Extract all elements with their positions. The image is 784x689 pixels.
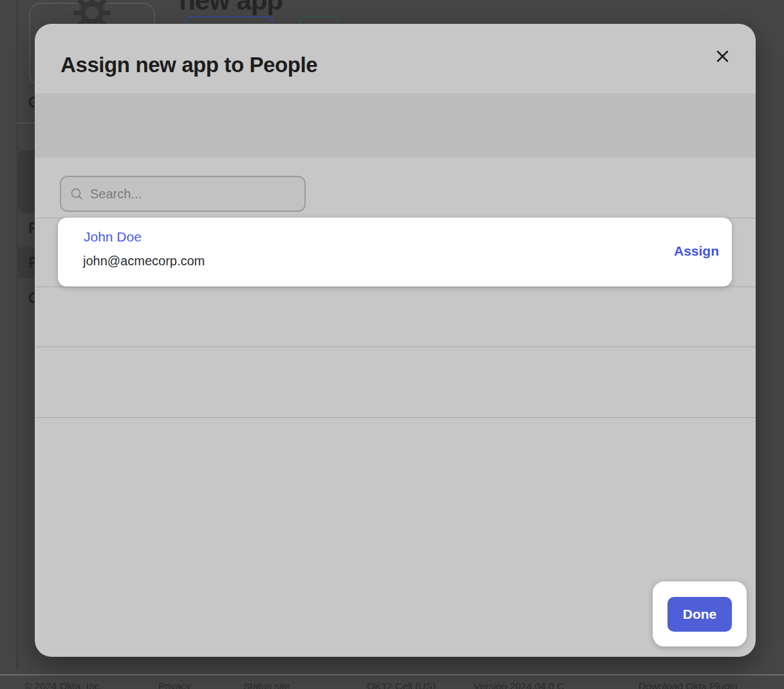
person-email: john@acmecorp.com [83, 254, 205, 269]
done-spotlight: Done [653, 581, 747, 647]
magnifier-icon [70, 187, 84, 201]
assign-button[interactable]: Assign [674, 243, 719, 259]
search-input[interactable] [90, 187, 295, 202]
page-divider-fragment [17, 122, 36, 124]
close-icon [715, 49, 730, 64]
footer-version-label: Version 2024.04.0 C [474, 681, 564, 689]
assign-app-modal: Assign new app to People John Doe john@a… [35, 24, 756, 657]
person-row: John Doe john@acmecorp.com Assign [58, 218, 732, 287]
list-divider [35, 287, 756, 287]
list-divider [35, 346, 756, 347]
page-side-border [17, 0, 18, 670]
done-button[interactable]: Done [667, 597, 732, 632]
close-button[interactable] [708, 42, 736, 70]
person-name-link[interactable]: John Doe [84, 229, 142, 245]
page-title: new app [179, 0, 283, 14]
footer-divider [0, 674, 784, 675]
search-section [35, 93, 756, 158]
footer-copyright: © 2024 Okta, Inc. [24, 681, 102, 689]
modal-title: Assign new app to People [61, 53, 317, 77]
footer-status-site-link: Status site [243, 681, 290, 689]
footer-privacy-link: Privacy [158, 681, 191, 689]
search-box [60, 176, 306, 212]
footer-download-plugin-link: Download Okta Plugin [639, 681, 737, 689]
footer-cell-label: OK12 Cell (US) [367, 681, 436, 689]
list-divider [35, 417, 756, 418]
